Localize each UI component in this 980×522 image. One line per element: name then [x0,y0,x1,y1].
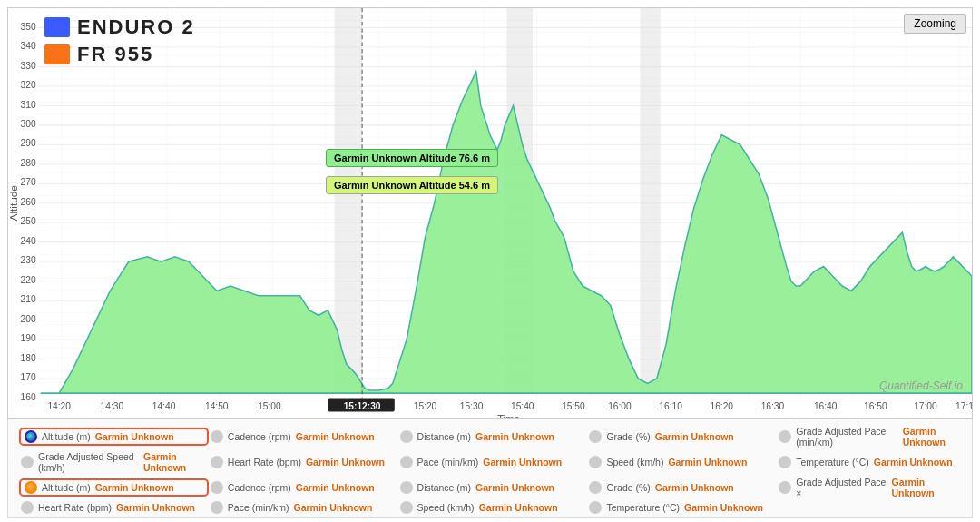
svg-text:210: 210 [21,294,36,304]
legend-altitude-enduro[interactable]: Altitude (m) Garmin Unknown [21,429,207,444]
svg-text:15:00: 15:00 [258,401,281,411]
dot-altitude-enduro [24,430,37,443]
garmin-source-cadence-enduro[interactable]: Garmin Unknown [296,431,375,442]
garmin-source-hr-enduro[interactable]: Garmin Unknown [306,457,385,468]
series-label-hr-enduro: Heart Rate (bpm) [228,457,301,468]
series-label-temp-enduro: Temperature (°C) [796,457,869,468]
dot-hr-enduro [211,456,223,468]
dot-cadence-fr955 [211,481,223,494]
dot-cadence-enduro [211,430,223,443]
dot-distance-fr955 [400,481,413,494]
svg-text:190: 190 [21,333,36,343]
legend-hr-fr955: Heart Rate (bpm) Garmin Unknown [21,501,207,514]
svg-text:270: 270 [21,177,36,187]
svg-text:14:50: 14:50 [205,401,229,411]
series-label-pace-enduro: Pace (min/km) [417,457,479,468]
dot-gap-fr955 [779,481,791,494]
svg-text:15:50: 15:50 [562,401,585,411]
garmin-source-gas-enduro[interactable]: Garmin Unknown [143,451,207,473]
svg-text:15:12:30: 15:12:30 [344,401,381,411]
dot-pace-enduro [400,456,413,468]
svg-text:160: 160 [21,391,36,401]
series-label-temp-fr955: Temperature (°C) [606,502,680,513]
svg-text:310: 310 [21,99,36,109]
svg-text:16:00: 16:00 [608,401,632,411]
svg-text:16:40: 16:40 [814,401,838,411]
svg-text:260: 260 [21,197,36,207]
svg-text:230: 230 [21,255,36,265]
chart-area: 350 340 330 320 310 300 290 280 270 260 … [7,7,973,419]
legend-label-enduro: ENDURO 2 [77,15,195,39]
legend-grade-enduro: Grade (%) Garmin Unknown [589,430,775,443]
svg-rect-42 [640,8,660,393]
svg-text:170: 170 [21,372,36,382]
garmin-source-altitude-enduro[interactable]: Garmin Unknown [95,431,174,442]
legend-item-enduro: ENDURO 2 [44,15,195,39]
watermark: Quantified-Self.io [879,379,963,392]
zoom-button[interactable]: Zooming [904,14,966,34]
garmin-source-temp-enduro[interactable]: Garmin Unknown [874,457,953,468]
dot-gap-enduro [779,430,791,443]
svg-text:240: 240 [21,236,36,246]
svg-text:320: 320 [21,80,36,90]
legend-item-fr955: FR 955 [44,43,195,66]
series-label-distance-enduro: Distance (m) [417,431,472,442]
garmin-source-pace-enduro[interactable]: Garmin Unknown [483,457,562,468]
svg-text:15:20: 15:20 [414,401,437,411]
dot-altitude-fr955 [24,481,37,494]
dot-temp-enduro [779,456,791,468]
dot-grade-fr955 [589,481,602,494]
garmin-source-grade-enduro[interactable]: Garmin Unknown [655,431,734,442]
svg-text:14:20: 14:20 [47,401,71,411]
garmin-source-speed-enduro[interactable]: Garmin Unknown [668,457,747,468]
dot-speed-fr955 [400,501,413,514]
garmin-source-gap-fr955[interactable]: Garmin Unknown [891,477,965,498]
series-label-altitude-enduro: Altitude (m) [42,431,91,442]
svg-text:330: 330 [21,60,36,70]
series-label-altitude-fr955: Altitude (m) [42,482,91,493]
svg-text:16:20: 16:20 [710,401,734,411]
dot-gas-enduro [21,456,34,468]
legend-distance-fr955: Distance (m) Garmin Unknown [400,481,586,494]
svg-text:350: 350 [21,21,36,31]
svg-text:16:50: 16:50 [864,401,887,411]
garmin-source-hr-fr955[interactable]: Garmin Unknown [116,502,195,513]
dot-speed-enduro [589,456,602,468]
svg-text:Altitude: Altitude [8,185,19,221]
legend-color-fr955 [44,44,70,64]
bottom-legend-area: Altitude (m) Garmin Unknown Cadence (rpm… [7,419,973,518]
garmin-source-distance-fr955[interactable]: Garmin Unknown [475,482,554,493]
svg-text:250: 250 [21,216,36,226]
svg-text:340: 340 [21,41,36,51]
legend-gap-fr955: Grade Adjusted Pace × Garmin Unknown [779,477,965,498]
main-container: 350 340 330 320 310 300 290 280 270 260 … [0,0,980,522]
garmin-source-pace-fr955[interactable]: Garmin Unknown [293,502,372,513]
garmin-source-speed-fr955[interactable]: Garmin Unknown [479,502,558,513]
legend-pace-fr955: Pace (min/km) Garmin Unknown [211,501,397,514]
garmin-source-altitude-fr955[interactable]: Garmin Unknown [95,482,174,493]
svg-text:290: 290 [21,138,36,148]
legend-temp-enduro: Temperature (°C) Garmin Unknown [779,456,965,468]
svg-text:200: 200 [21,314,36,324]
garmin-source-gap-enduro[interactable]: Garmin Unknown [903,426,965,448]
series-label-cadence-enduro: Cadence (rpm) [228,431,291,442]
dot-pace-fr955 [211,501,223,514]
legend-altitude-fr955[interactable]: Altitude (m) Garmin Unknown [21,480,207,495]
legend-speed-enduro: Speed (km/h) Garmin Unknown [589,456,775,468]
svg-text:14:40: 14:40 [152,401,176,411]
legend-pace-enduro: Pace (min/km) Garmin Unknown [400,456,586,468]
svg-text:15:30: 15:30 [460,401,484,411]
svg-text:280: 280 [21,158,36,168]
garmin-source-distance-enduro[interactable]: Garmin Unknown [475,431,554,442]
svg-text:15:40: 15:40 [511,401,534,411]
garmin-source-cadence-fr955[interactable]: Garmin Unknown [296,482,375,493]
svg-text:Time: Time [497,413,520,418]
garmin-source-temp-fr955[interactable]: Garmin Unknown [684,502,763,513]
series-label-pace-fr955: Pace (min/km) [228,502,289,513]
series-label-gap-enduro: Grade Adjusted Pace (min/km) [796,426,897,448]
garmin-source-grade-fr955[interactable]: Garmin Unknown [655,482,734,493]
chart-legend: ENDURO 2 FR 955 [44,15,195,66]
svg-text:180: 180 [21,352,36,362]
series-label-gas-enduro: Grade Adjusted Speed (km/h) [38,451,139,473]
series-label-grade-enduro: Grade (%) [606,431,650,442]
